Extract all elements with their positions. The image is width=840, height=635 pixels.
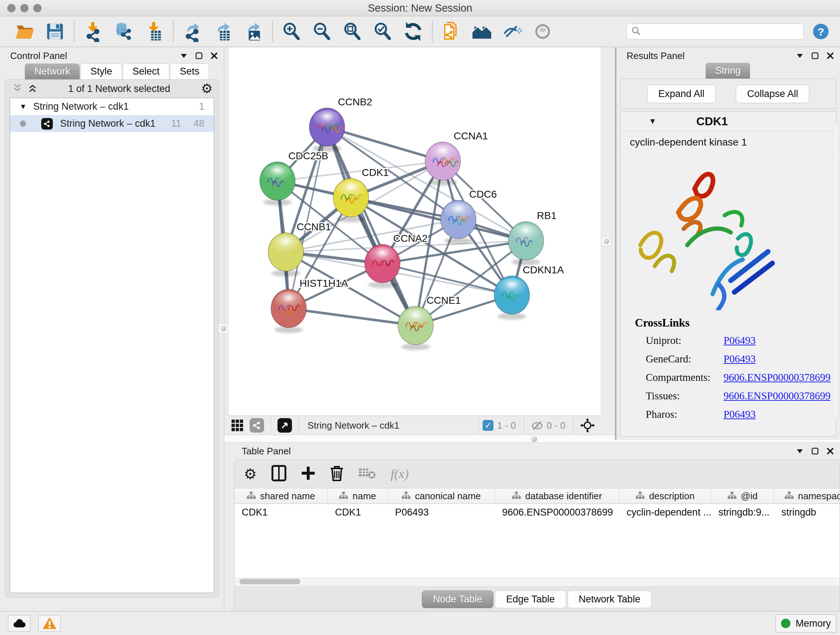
network-node-CDKN1A[interactable]: CDKN1A <box>494 264 564 320</box>
warnings-button[interactable] <box>38 615 61 632</box>
export-network-button[interactable] <box>177 19 208 44</box>
home-button[interactable] <box>467 19 497 44</box>
gene-section-header[interactable]: ▼ CDK1 <box>621 111 836 131</box>
column-header-shared-name[interactable]: shared name <box>234 488 328 504</box>
column-header-canonical-name[interactable]: canonical name <box>388 488 495 504</box>
network-node-CDC25B[interactable]: CDC25B <box>260 150 328 206</box>
crosslink-value-link[interactable]: 9606.ENSP00000378699 <box>723 371 831 383</box>
left-splitter-handle[interactable] <box>218 323 228 333</box>
zoom-out-button[interactable] <box>307 19 337 44</box>
save-session-button[interactable] <box>40 19 70 44</box>
tab-style[interactable]: Style <box>81 63 122 79</box>
grid-view-icon[interactable] <box>231 419 244 432</box>
column-header-@id[interactable]: @id <box>711 488 774 504</box>
tab-network[interactable]: Network <box>25 63 80 79</box>
delete-table-icon[interactable] <box>358 467 376 481</box>
refresh-button[interactable] <box>398 19 428 44</box>
panel-menu-icon[interactable] <box>796 52 804 60</box>
tab-sets[interactable]: Sets <box>170 63 209 79</box>
gear-icon[interactable]: ⚙ <box>201 82 213 95</box>
expand-all-button[interactable]: Expand All <box>647 85 716 103</box>
export-image-button[interactable] <box>238 19 268 44</box>
crosslink-value-link[interactable]: P06493 <box>723 409 756 420</box>
column-header-database-identifier[interactable]: database identifier <box>495 488 619 504</box>
panel-close-icon[interactable] <box>826 447 834 455</box>
collapse-all-icon[interactable] <box>13 83 22 94</box>
import-table-button[interactable] <box>139 19 169 44</box>
panel-menu-icon[interactable] <box>180 52 188 60</box>
collapse-all-button[interactable]: Collapse All <box>736 85 809 103</box>
tab-select[interactable]: Select <box>123 63 169 79</box>
network-view-canvas[interactable]: CCNB2CCNA1CDC25BCDK1CDC6RB1CCNB1CCNA2CDK… <box>228 48 601 416</box>
crosslink-value-link[interactable]: P06493 <box>723 353 756 365</box>
import-database-button[interactable] <box>109 19 139 44</box>
open-in-window-icon[interactable] <box>278 418 292 432</box>
crosslink-label: Pharos: <box>646 409 723 420</box>
crosslink-value-link[interactable]: P06493 <box>723 334 756 347</box>
tab-edge-table[interactable]: Edge Table <box>495 591 566 608</box>
hidden-eye-icon[interactable] <box>531 420 544 431</box>
table-row[interactable]: CDK1CDK1P064939606.ENSP00000378699cyclin… <box>234 504 840 521</box>
add-column-icon[interactable] <box>301 466 316 482</box>
panel-float-icon[interactable] <box>811 447 819 455</box>
panel-close-icon[interactable] <box>826 52 834 60</box>
tab-string[interactable]: String <box>706 63 751 79</box>
panel-float-icon[interactable] <box>195 52 203 60</box>
network-share-icon[interactable] <box>249 418 264 432</box>
delete-column-icon[interactable] <box>330 465 344 483</box>
panel-menu-icon[interactable] <box>796 447 804 455</box>
cloud-button[interactable] <box>8 615 30 632</box>
memory-button[interactable]: Memory <box>775 614 836 632</box>
section-collapse-icon[interactable]: ▼ <box>649 117 657 126</box>
tab-network-table[interactable]: Network Table <box>568 591 652 608</box>
show-all-button[interactable] <box>527 19 558 44</box>
search-input[interactable] <box>644 26 804 38</box>
crosslink-row: Compartments:9606.ENSP00000378699 <box>646 371 836 383</box>
expand-all-icon[interactable] <box>28 83 37 94</box>
network-collection-row[interactable]: ▼ String Network – cdk1 1 <box>10 98 214 115</box>
table-settings-icon[interactable]: ⚙ <box>244 467 257 481</box>
network-node-HIST1H1A[interactable]: HIST1H1A <box>271 278 348 333</box>
tree-expand-icon[interactable]: ▼ <box>19 103 27 111</box>
network-node-RB1[interactable]: RB1 <box>508 210 556 265</box>
import-network-button[interactable] <box>78 19 109 44</box>
right-splitter-handle[interactable] <box>601 236 611 246</box>
network-edge[interactable] <box>289 309 416 325</box>
network-row-selected[interactable]: String Network – cdk1 11 48 <box>10 115 214 132</box>
column-header-name[interactable]: name <box>328 488 388 504</box>
help-button[interactable]: ? <box>812 22 830 41</box>
node-label: CDK1 <box>362 167 389 178</box>
zoom-in-button[interactable] <box>276 19 307 44</box>
select-columns-icon[interactable] <box>271 465 286 483</box>
results-scrollbar[interactable] <box>834 124 838 418</box>
network-edge[interactable] <box>327 127 416 325</box>
control-panel-titlebar: Control Panel <box>0 48 224 64</box>
hide-selected-button[interactable] <box>497 19 527 44</box>
network-node-CCNE1[interactable]: CCNE1 <box>398 295 461 350</box>
zoom-selected-button[interactable] <box>368 19 398 44</box>
tab-node-table[interactable]: Node Table <box>422 591 493 608</box>
crosslink-value-link[interactable]: 9606.ENSP00000378699 <box>723 390 831 402</box>
panel-close-icon[interactable] <box>210 52 218 60</box>
open-session-button[interactable] <box>9 19 40 44</box>
crosslink-row: Pharos:P06493 <box>646 409 836 420</box>
horizontal-splitter-handle[interactable] <box>531 436 537 442</box>
table-hscrollbar-thumb[interactable] <box>240 579 300 584</box>
table-cell: CDK1 <box>328 507 388 518</box>
column-header-namespace[interactable]: namespace <box>774 488 840 504</box>
birds-eye-icon[interactable] <box>580 418 595 432</box>
toolbar-separator <box>74 21 74 42</box>
function-builder-icon[interactable]: f(x) <box>391 466 409 481</box>
string-document-button[interactable] <box>436 19 467 44</box>
network-node-CCNA1[interactable]: CCNA1 <box>425 130 488 186</box>
selected-checkbox-icon[interactable]: ✓ <box>483 420 493 431</box>
network-node-CDK1[interactable]: CDK1 <box>333 167 389 222</box>
network-graph[interactable]: CCNB2CCNA1CDC25BCDK1CDC6RB1CCNB1CCNA2CDK… <box>228 48 601 416</box>
table-hscrollbar[interactable] <box>234 578 840 586</box>
panel-float-icon[interactable] <box>811 52 819 60</box>
network-node-CCNB2[interactable]: CCNB2 <box>309 96 372 152</box>
export-table-button[interactable] <box>208 19 238 44</box>
search-box[interactable] <box>627 24 804 40</box>
zoom-fit-button[interactable] <box>337 19 368 44</box>
column-header-description[interactable]: description <box>619 488 711 504</box>
